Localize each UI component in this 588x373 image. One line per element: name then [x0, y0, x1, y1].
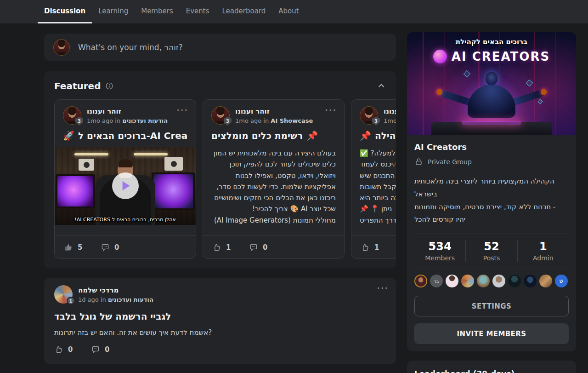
- lock-icon: [414, 157, 423, 166]
- post-title[interactable]: 📌 קהילה: [360, 130, 396, 141]
- comment-icon[interactable]: [91, 345, 100, 354]
- member-avatar[interactable]: [477, 275, 490, 287]
- studio-light: [134, 153, 168, 155]
- featured-card-welcome[interactable]: 3 זוהר וענונו 1mo ago in הודעות ועדכונים…: [54, 99, 196, 259]
- member-avatar[interactable]: ש: [555, 275, 568, 287]
- tab-leaderboard[interactable]: Leaderboard: [216, 0, 272, 23]
- level-badge: 3: [75, 117, 83, 126]
- rocket-icon: 🚀: [63, 130, 74, 141]
- member-avatar[interactable]: [508, 275, 521, 287]
- banner-welcome-text: ברוכים הבאים לקהילת: [407, 38, 576, 46]
- post-body: בעולם היצירה עם בינה מלאכותית יש המון כל…: [203, 141, 344, 226]
- play-icon[interactable]: [112, 172, 139, 199]
- author-name[interactable]: זוהר וענונו: [87, 106, 168, 117]
- post-meta: 1d ago in הודעות ועדכונים: [78, 296, 153, 303]
- author-name[interactable]: זוהר וענונו: [384, 106, 396, 117]
- like-count: 1: [374, 243, 380, 252]
- brain-icon: [433, 50, 447, 63]
- featured-section: Featured 3 זוהר וענונו 1mo ago in הודעות…: [44, 71, 396, 268]
- group-privacy: Private Group: [428, 158, 472, 166]
- comment-icon[interactable]: [249, 243, 258, 252]
- post-meta: 1mo ago in הודעות ועדכונים: [87, 117, 168, 124]
- top-navigation: Discussion Learning Members Events Leade…: [0, 0, 588, 23]
- banner-brand-text: AI CREATORS: [452, 50, 550, 63]
- stat-posts: 52 Posts: [465, 240, 517, 262]
- like-icon[interactable]: [54, 345, 63, 354]
- member-avatar[interactable]: [414, 275, 427, 287]
- member-avatar[interactable]: בד: [430, 275, 443, 287]
- current-user-avatar[interactable]: [53, 39, 70, 56]
- member-avatar[interactable]: [524, 275, 537, 287]
- featured-title: Featured: [54, 80, 101, 92]
- group-description: הקהילה המקצועית ביותר ליוצרי בינה מלאכות…: [414, 175, 569, 226]
- speaker: [79, 159, 94, 171]
- member-avatar[interactable]: [446, 275, 458, 287]
- info-icon[interactable]: [105, 82, 113, 90]
- post-body: אשמח לדעת איך עושים את זה. והאם יש בזה י…: [54, 328, 386, 337]
- post-menu-icon[interactable]: •••: [325, 107, 337, 113]
- like-count: 0: [68, 345, 74, 354]
- left-monitor: [56, 174, 95, 208]
- tab-discussion[interactable]: Discussion: [38, 0, 92, 23]
- like-icon[interactable]: [212, 243, 221, 252]
- featured-card-tools[interactable]: 3 זוהר וענונו 1mo ago in AI Showcase •••…: [203, 99, 345, 259]
- feed-post[interactable]: 1 מרדכי שלמה 1d ago in הודעות ועדכונים •…: [44, 278, 396, 364]
- tab-members[interactable]: Members: [135, 0, 180, 23]
- group-cover-image: ברוכים הבאים לקהילת AI CREATORS: [407, 32, 576, 135]
- author-avatar[interactable]: 3: [211, 106, 230, 125]
- featured-cards-row[interactable]: 3 זוהר וענונו 1mo ago in הודעות ועדכונים…: [54, 99, 396, 259]
- level-badge: 3: [372, 117, 380, 126]
- like-icon[interactable]: [64, 243, 73, 252]
- video-caption: אהלן חברים, ברוכים הבאים ל-AI CREATORS!: [55, 217, 196, 223]
- group-stats: 534 Members 52 Posts 1 Admin: [414, 234, 569, 268]
- comment-count: 0: [105, 345, 110, 354]
- level-badge: 3: [224, 117, 232, 126]
- category-link[interactable]: הודעות ועדכונים: [108, 296, 153, 303]
- stat-members: 534 Members: [414, 240, 465, 262]
- post-body: למעלה? ✅ היכנס לעמוד התכנים שיש לקבל תשו…: [351, 141, 396, 226]
- post-meta: 1mo ago in AI Showcase: [235, 117, 313, 124]
- invite-members-button[interactable]: INVITE MEMBERS: [414, 323, 569, 344]
- author-avatar[interactable]: 1: [54, 285, 73, 304]
- post-title[interactable]: רשימת כלים מומלצים 📌: [211, 130, 336, 141]
- pushpin-icon: 📌: [306, 130, 318, 141]
- group-name: AI Creators: [414, 142, 569, 152]
- pushpin-icon: 📌: [360, 130, 371, 141]
- member-avatars-row[interactable]: בד ש: [414, 268, 569, 295]
- member-avatar[interactable]: [539, 275, 552, 287]
- like-icon[interactable]: [361, 243, 370, 252]
- studio-light: [74, 153, 108, 155]
- group-info-card: ברוכים הבאים לקהילת AI CREATORS AI Creat…: [407, 32, 576, 351]
- member-avatar[interactable]: [461, 275, 474, 287]
- tab-about[interactable]: About: [272, 0, 305, 23]
- group-sidebar: ברוכים הבאים לקהילת AI CREATORS AI Creat…: [407, 32, 576, 373]
- speaker: [164, 157, 183, 171]
- leaderboard-card: Leaderboard (30-days): [407, 361, 576, 373]
- post-menu-icon[interactable]: •••: [377, 285, 389, 291]
- author-avatar[interactable]: 3: [360, 106, 378, 125]
- like-count: 5: [78, 243, 83, 252]
- level-badge: 1: [67, 297, 75, 305]
- comment-count: 0: [114, 243, 120, 252]
- author-avatar[interactable]: 3: [63, 106, 81, 125]
- post-title[interactable]: 🚀 ברוכים הבאים ל-AI Creat...: [63, 130, 187, 141]
- collapse-chevron-up-icon[interactable]: [377, 81, 386, 91]
- tab-events[interactable]: Events: [180, 0, 216, 23]
- post-menu-icon[interactable]: •••: [177, 107, 188, 113]
- right-monitor: [152, 172, 195, 210]
- video-thumbnail[interactable]: אהלן חברים, ברוכים הבאים ל-AI CREATORS!: [55, 147, 196, 225]
- comment-icon[interactable]: [101, 243, 110, 252]
- post-title[interactable]: לגביי הרשמה של גוגל בלבד: [54, 311, 386, 322]
- tab-learning[interactable]: Learning: [92, 0, 135, 23]
- comment-count: 0: [263, 243, 268, 252]
- settings-button[interactable]: SETTINGS: [414, 296, 569, 316]
- composer-placeholder[interactable]: What's on your mind, זוהר?: [78, 43, 183, 52]
- post-composer[interactable]: What's on your mind, זוהר?: [44, 34, 396, 61]
- category-link[interactable]: הודעות ועדכונים: [122, 117, 168, 124]
- member-avatar[interactable]: [492, 275, 505, 287]
- stat-admins: 1 Admin: [517, 240, 569, 262]
- author-name[interactable]: זוהר וענונו: [235, 106, 313, 117]
- category-link[interactable]: AI Showcase: [271, 117, 313, 124]
- author-name[interactable]: מרדכי שלמה: [78, 285, 153, 296]
- featured-card-community[interactable]: 3 זוהר וענונו 1mo ago in 📌 קהילה למעלה? …: [351, 99, 396, 259]
